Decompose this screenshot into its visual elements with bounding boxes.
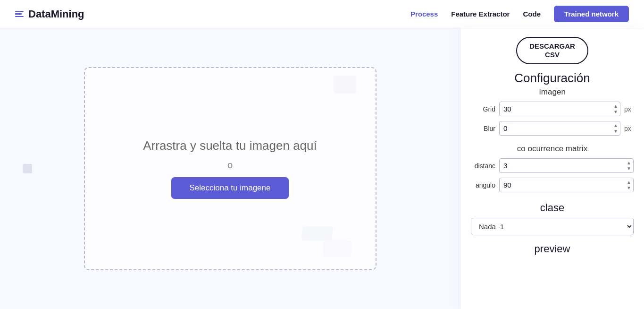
blur-label: Blur xyxy=(471,125,495,132)
blur-up-button[interactable]: ▲ xyxy=(612,123,619,129)
left-panel: Arrastra y suelta tu imagen aquí o Selec… xyxy=(0,28,460,309)
blur-down-button[interactable]: ▼ xyxy=(612,129,619,134)
main-content: Arrastra y suelta tu imagen aquí o Selec… xyxy=(0,28,644,309)
blur-row: Blur ▲ ▼ px xyxy=(471,121,634,136)
imagen-label: Imagen xyxy=(539,87,566,97)
blur-input-wrap: ▲ ▼ xyxy=(499,121,620,136)
angle-row: angulo ▲ ▼ xyxy=(471,178,634,192)
grid-unit: px xyxy=(624,105,634,113)
decor-left xyxy=(23,164,32,173)
nav-code[interactable]: Code xyxy=(523,10,541,18)
select-image-button[interactable]: Selecciona tu imagene xyxy=(171,177,288,199)
distance-input-wrap: ▲ ▼ xyxy=(499,158,634,173)
matrix-title: co ocurrence matrix xyxy=(517,144,587,154)
grid-down-button[interactable]: ▼ xyxy=(612,109,619,115)
grid-row: Grid ▲ ▼ px xyxy=(471,102,634,116)
grid-input[interactable] xyxy=(499,102,620,116)
config-title: Configuración xyxy=(514,71,590,86)
nav: Process Feature Extractor Code Trained n… xyxy=(410,6,629,22)
angle-input[interactable] xyxy=(499,178,634,192)
trained-network-button[interactable]: Trained network xyxy=(554,6,629,22)
angle-spinner: ▲ ▼ xyxy=(625,180,633,191)
grid-spinner: ▲ ▼ xyxy=(612,103,619,115)
angle-down-button[interactable]: ▼ xyxy=(625,185,633,191)
logo-area: DataMining xyxy=(15,8,84,20)
distance-spinner: ▲ ▼ xyxy=(625,160,633,172)
logo-text: DataMining xyxy=(28,8,84,20)
distance-down-button[interactable]: ▼ xyxy=(625,166,633,172)
drop-zone-main-text: Arrastra y suelta tu imagen aquí xyxy=(143,138,317,153)
blur-unit: px xyxy=(624,125,634,132)
drop-zone-or-text: o xyxy=(227,160,233,171)
header: DataMining Process Feature Extractor Cod… xyxy=(0,0,644,28)
grid-input-wrap: ▲ ▼ xyxy=(499,102,620,116)
distance-label: distanc xyxy=(471,162,495,170)
descargar-label: DESCARGAR CSV xyxy=(529,42,575,59)
blur-input[interactable] xyxy=(499,121,620,136)
descargar-csv-button[interactable]: DESCARGAR CSV xyxy=(516,37,588,64)
blur-spinner: ▲ ▼ xyxy=(612,123,619,134)
angle-input-wrap: ▲ ▼ xyxy=(499,178,634,192)
grid-up-button[interactable]: ▲ xyxy=(612,103,619,109)
distance-up-button[interactable]: ▲ xyxy=(625,160,633,166)
clase-title: clase xyxy=(540,202,564,214)
nav-process[interactable]: Process xyxy=(410,10,438,18)
angle-label: angulo xyxy=(471,181,495,189)
clase-select[interactable]: Nada -1 xyxy=(471,218,634,235)
distance-row: distanc ▲ ▼ xyxy=(471,158,634,173)
grid-label: Grid xyxy=(471,105,495,113)
preview-title: preview xyxy=(535,243,570,255)
nav-feature-extractor[interactable]: Feature Extractor xyxy=(451,10,510,18)
distance-input[interactable] xyxy=(499,158,634,173)
drop-zone[interactable]: Arrastra y suelta tu imagen aquí o Selec… xyxy=(84,67,376,270)
angle-up-button[interactable]: ▲ xyxy=(625,180,633,185)
right-panel: DESCARGAR CSV Configuración Imagen Grid … xyxy=(460,28,644,309)
menu-icon xyxy=(15,11,24,17)
